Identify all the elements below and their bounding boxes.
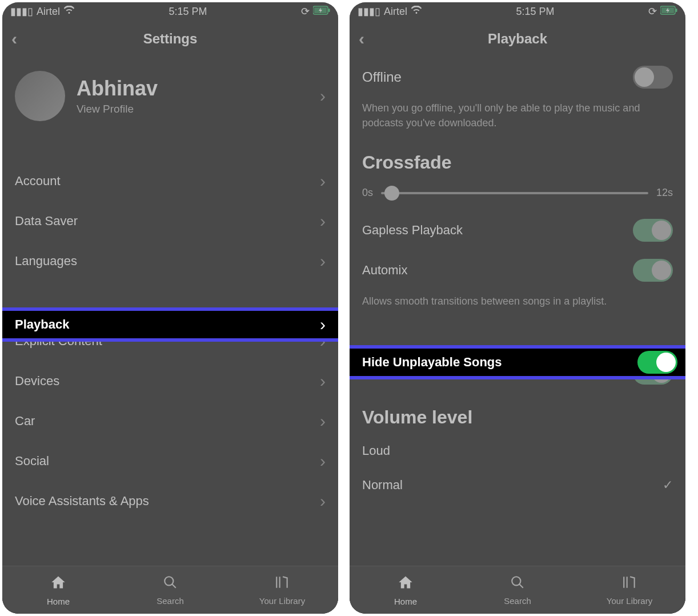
tab-search[interactable]: Search: [114, 566, 226, 614]
gapless-toggle[interactable]: [633, 219, 673, 242]
profile-row[interactable]: Abhinav View Profile ›: [2, 57, 338, 161]
hide-unplayable-toggle[interactable]: [637, 351, 677, 374]
library-icon: [275, 575, 290, 594]
playback-screen: ▮▮▮▯ Airtel 5:15 PM ⟳ ‹ Playback Offline…: [350, 2, 685, 614]
tab-home[interactable]: Home: [2, 566, 114, 614]
search-icon: [163, 575, 178, 594]
crossfade-slider-row: 0s 12s: [350, 179, 685, 210]
chevron-right-icon: ›: [320, 451, 326, 471]
offline-toggle[interactable]: [633, 66, 673, 89]
crossfade-max: 12s: [656, 187, 673, 199]
crossfade-slider[interactable]: [381, 192, 648, 194]
settings-item-devices[interactable]: Devices ›: [2, 361, 338, 401]
tab-library[interactable]: Your Library: [226, 566, 338, 614]
check-icon: ✓: [663, 478, 673, 493]
orientation-lock-icon: ⟳: [301, 5, 310, 18]
settings-item-data-saver[interactable]: Data Saver ›: [2, 201, 338, 241]
volume-title: Volume level: [350, 393, 685, 434]
crossfade-min: 0s: [362, 187, 373, 199]
back-button[interactable]: ‹: [11, 30, 17, 47]
settings-item-car[interactable]: Car ›: [2, 401, 338, 441]
svg-point-8: [512, 577, 520, 585]
wifi-icon: [411, 6, 422, 18]
carrier-label: Airtel: [37, 6, 60, 18]
profile-subtitle: View Profile: [77, 103, 308, 115]
crossfade-title: Crossfade: [350, 138, 685, 179]
battery-icon: [313, 6, 330, 18]
tab-bar: Home Search Your Library: [350, 566, 685, 614]
settings-item-voice[interactable]: Voice Assistants & Apps ›: [2, 481, 338, 521]
header: ‹ Settings: [2, 21, 338, 57]
signal-icon: ▮▮▮▯: [10, 5, 33, 18]
settings-item-languages[interactable]: Languages ›: [2, 241, 338, 281]
settings-screen: ▮▮▮▯ Airtel 5:15 PM ⟳ ‹ Settings Abhinav…: [2, 2, 338, 614]
settings-item-social[interactable]: Social ›: [2, 441, 338, 481]
clock: 5:15 PM: [169, 6, 207, 18]
tab-home[interactable]: Home: [350, 566, 462, 614]
wifi-icon: [63, 6, 75, 18]
battery-icon: [660, 6, 677, 18]
search-icon: [510, 575, 525, 594]
highlight-hide-unplayable: Hide Unplayable Songs: [350, 345, 685, 379]
home-icon: [398, 574, 414, 594]
chevron-right-icon: ›: [320, 211, 326, 231]
profile-name: Abhinav: [77, 77, 308, 101]
gapless-row: Gapless Playback: [350, 210, 685, 250]
hide-unplayable-row: Hide Unplayable Songs: [350, 349, 685, 376]
chevron-right-icon: ›: [320, 491, 326, 511]
tab-search[interactable]: Search: [462, 566, 573, 614]
orientation-lock-icon: ⟳: [648, 5, 657, 18]
chevron-right-icon: ›: [320, 371, 326, 391]
tab-library[interactable]: Your Library: [573, 566, 685, 614]
chevron-right-icon: ›: [320, 315, 326, 334]
automix-toggle[interactable]: [633, 259, 673, 282]
automix-desc: Allows smooth transitions between songs …: [350, 290, 685, 317]
automix-row: Automix: [350, 250, 685, 290]
home-icon: [50, 574, 66, 594]
page-title: Playback: [488, 31, 547, 47]
svg-line-4: [172, 584, 176, 588]
svg-rect-2: [328, 9, 330, 12]
chevron-right-icon: ›: [320, 411, 326, 431]
page-title: Settings: [143, 31, 198, 47]
slider-thumb[interactable]: [384, 186, 399, 201]
chevron-right-icon: ›: [320, 251, 326, 271]
volume-normal[interactable]: Normal ✓: [350, 468, 685, 502]
svg-line-9: [519, 584, 523, 588]
avatar: [15, 71, 65, 121]
settings-item-account[interactable]: Account ›: [2, 161, 338, 201]
carrier-label: Airtel: [384, 6, 407, 18]
svg-point-3: [165, 577, 173, 585]
status-bar: ▮▮▮▯ Airtel 5:15 PM ⟳: [2, 2, 338, 21]
library-icon: [622, 575, 637, 594]
chevron-right-icon: ›: [320, 86, 326, 106]
chevron-right-icon: ›: [320, 171, 326, 191]
status-bar: ▮▮▮▯ Airtel 5:15 PM ⟳: [350, 2, 685, 21]
settings-item-playback[interactable]: Playback ›: [2, 311, 338, 338]
header: ‹ Playback: [350, 21, 685, 57]
offline-desc: When you go offline, you'll only be able…: [350, 97, 685, 138]
volume-loud[interactable]: Loud: [350, 434, 685, 468]
tab-bar: Home Search Your Library: [2, 566, 338, 614]
clock: 5:15 PM: [516, 6, 554, 18]
signal-icon: ▮▮▮▯: [358, 5, 380, 18]
svg-rect-7: [676, 9, 677, 12]
highlight-playback: Playback ›: [2, 307, 338, 342]
back-button[interactable]: ‹: [359, 30, 364, 47]
offline-row: Offline: [350, 57, 685, 97]
